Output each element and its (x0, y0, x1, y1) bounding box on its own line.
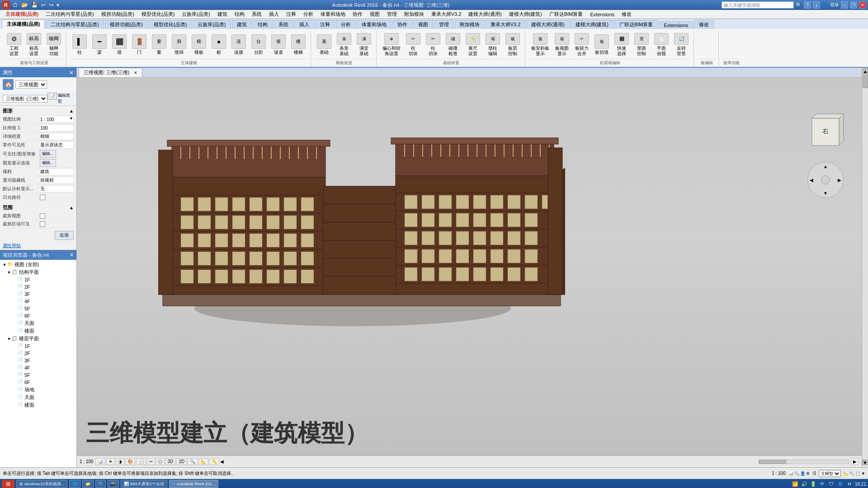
ribbon-btn-step[interactable]: 台 台阶 (249, 32, 268, 58)
tab-sys[interactable]: 系统 (274, 20, 293, 29)
ribbon-btn-level[interactable]: 标高 标高设置 (24, 32, 43, 58)
status-icon-6[interactable]: 🔧 (849, 471, 854, 476)
ribbon-btn-slab-merge[interactable]: ✂ 板斩力合并 (572, 32, 591, 58)
tab-arch[interactable]: 建筑 (232, 20, 252, 29)
right-scrollbar[interactable]: ▲ ▼ (862, 68, 868, 467)
tree-item-floor-2f[interactable]: 📄 2F (1, 350, 75, 357)
tab-active[interactable]: 主体建模(品类) (2, 19, 45, 29)
nav-btn-render[interactable]: 🎨 (125, 458, 135, 465)
ribbon-btn-dimension[interactable]: 📏 展尺设置 (463, 32, 482, 58)
ribbon-btn-connect[interactable]: 连 连接 (229, 32, 248, 58)
qa-open-btn[interactable]: 📂 (20, 2, 29, 8)
viewport-scrollbar-h[interactable] (759, 460, 849, 464)
tree-item-floor-site[interactable]: 📄 场地 (1, 386, 75, 394)
tree-toggle-views[interactable]: ▼ (2, 262, 7, 267)
properties-close-btn[interactable]: ✕ (69, 70, 74, 76)
menu-modify[interactable]: 修改 (618, 10, 635, 19)
prop-value-scale-val[interactable]: 100 (39, 124, 74, 131)
prop-section-graphic-toggle[interactable]: ▲ (69, 108, 74, 113)
menu-addins[interactable]: 附加模块 (401, 10, 428, 19)
ribbon-btn-window[interactable]: 窗 窗 (150, 32, 169, 58)
nav-btn-crop[interactable]: ✂ (147, 458, 155, 465)
nav-up-btn[interactable]: ▲ (823, 164, 828, 169)
tab-insert[interactable]: 插入 (294, 20, 314, 29)
search-icon[interactable]: 🔍 (796, 2, 802, 8)
nav-left-btn[interactable]: ◀ (810, 178, 813, 183)
menu-modelmaster-arch[interactable]: 建模大师(建筑) (505, 10, 546, 19)
menu-primary[interactable]: 主体建模(品类) (2, 10, 42, 19)
qa-save-btn[interactable]: 💾 (30, 2, 39, 8)
tab-analyze[interactable]: 分析 (336, 20, 356, 29)
taskbar-btn-browser[interactable]: 🌐 (69, 480, 80, 488)
taskbar-icon-lang[interactable]: 中 (819, 480, 826, 488)
ribbon-btn-ramp[interactable]: 坡 坡道 (269, 32, 288, 58)
nav-btn-plan[interactable]: 📐 (198, 458, 208, 465)
ribbon-btn-plan-view[interactable]: 📄 平面创视 (652, 32, 671, 58)
restore-btn[interactable]: ❐ (850, 1, 857, 9)
menu-modelmaster-gen[interactable]: 建模大师(通用) (465, 10, 505, 19)
ribbon-btn-col-cut1[interactable]: ✂ 柱切块 (404, 32, 423, 58)
tree-item-floor-5f[interactable]: 📄 5F (1, 371, 75, 379)
taskbar-btn-revit[interactable]: R Autodesk Revit 201... (169, 480, 218, 488)
ribbon-btn-beam[interactable]: ━ 梁 (90, 32, 109, 58)
close-btn[interactable]: ✕ (859, 1, 866, 9)
tree-item-struct-floor[interactable]: 📄 楼面 (1, 327, 75, 335)
ribbon-btn-floor[interactable]: 模 模板 (189, 32, 208, 58)
ribbon-btn-slab-wall-cut[interactable]: 板 板切墙 (592, 32, 611, 58)
nav-down-btn[interactable]: ▼ (823, 191, 828, 196)
status-icon-4[interactable]: ⚙ (806, 471, 810, 476)
taskbar-btn-security[interactable]: 🛡 (95, 480, 106, 488)
tree-item-struct-plan[interactable]: ▼ 📋 结构平面 (1, 268, 75, 276)
tree-item-views-all[interactable]: ▼ 📁 视图 (全部) (1, 261, 75, 268)
ribbon-btn-wall-hole[interactable]: 洞 墙洞 (170, 32, 189, 58)
viewport[interactable]: 右 ▲ ▼ ◀ ▶ 三维模型建立（建筑模型） (77, 78, 862, 467)
prop-checkbox-crop-visible[interactable] (40, 221, 45, 227)
prop-btn-graphic-disp[interactable]: 编辑... (40, 159, 56, 167)
menu-glodon[interactable]: 广联达BIM算量 (546, 10, 587, 19)
scroll-up-btn[interactable]: ▲ (863, 68, 868, 74)
tab-manage[interactable]: 管理 (434, 20, 454, 29)
menu-mass[interactable]: 体量和场地 (317, 10, 349, 19)
menu-collab[interactable]: 协作 (349, 10, 366, 19)
minimize-btn[interactable]: ─ (841, 1, 848, 9)
tab-addins[interactable]: 附加模块 (455, 20, 485, 29)
nav-btn-measure[interactable]: 📏 (209, 458, 219, 465)
qa-new-btn[interactable]: 🗋 (12, 2, 19, 8)
tab-2nd[interactable]: 二次结构与零星(品类) (46, 20, 104, 29)
menu-secondary[interactable]: 二次结构与零星(品类) (42, 10, 97, 19)
prop-value-view-scale[interactable]: 1 : 100 ▼ (39, 116, 74, 123)
tree-item-floor-3f[interactable]: 📄 3F (1, 357, 75, 364)
prop-checkbox-crop-view[interactable] (40, 213, 45, 219)
prop-value-parts-vis[interactable]: 显示原状态 (39, 141, 74, 149)
ribbon-btn-bg-reverse[interactable]: 🔄 反转背景 (672, 32, 691, 58)
ribbon-btn-door[interactable]: 🚪 门 (130, 32, 149, 58)
ribbon-btn-strip-found[interactable]: 条 条形基础 (335, 32, 354, 58)
nav-btn-zoom[interactable]: 🔍 (188, 458, 198, 465)
tree-item-struct-4f[interactable]: 📄 4F (1, 298, 75, 305)
status-icon-8[interactable]: ▼ (861, 471, 865, 476)
prop-btn-vis-graphic[interactable]: 编辑... (40, 150, 56, 158)
tree-item-struct-6f[interactable]: 📄 6F (1, 312, 75, 319)
menu-cloud[interactable]: 云族库(品类) (178, 10, 213, 19)
prop-edit-type-btn[interactable]: 📝 (47, 93, 57, 100)
scroll-thumb[interactable] (863, 75, 868, 88)
user-icon[interactable]: 👤 (822, 2, 828, 8)
prop-value-discipline[interactable]: 建筑 (39, 168, 74, 175)
prop-view-name-select[interactable]: 三维视图: (三维) (3, 95, 47, 103)
taskbar-icon-wifi[interactable]: 📶 (792, 480, 799, 488)
titlebar-info-btn[interactable]: i (813, 1, 820, 9)
qa-more-btn[interactable]: ▼ (56, 3, 60, 8)
ribbon-btn-foundation[interactable]: 基 基础 (315, 32, 334, 58)
ribbon-btn-jump-ctrl[interactable]: 里 里跳控制 (632, 32, 651, 58)
qa-redo-btn[interactable]: ↪ (48, 2, 54, 8)
ribbon-btn-slab-disp1[interactable]: 板 板安斜板显示 (529, 32, 552, 58)
ribbon-btn-quick-sel[interactable]: ⬛ 快速选择 (612, 32, 631, 58)
tree-item-struct-3f[interactable]: 📄 3F (1, 291, 75, 298)
nav-btn-shadow[interactable]: ◑ (116, 458, 124, 465)
tree-item-struct-2f[interactable]: 📄 2F (1, 283, 75, 291)
taskbar-btn-explorer[interactable]: 📁 (82, 480, 94, 488)
tree-item-floor-1f[interactable]: 📄 1F (1, 343, 75, 350)
ribbon-btn-offset[interactable]: ⊕ 偏心和转角设置 (380, 32, 403, 58)
nav-btn-expand[interactable]: ▶ (851, 458, 859, 465)
taskbar-icon-revit-tray[interactable]: R (837, 480, 844, 488)
